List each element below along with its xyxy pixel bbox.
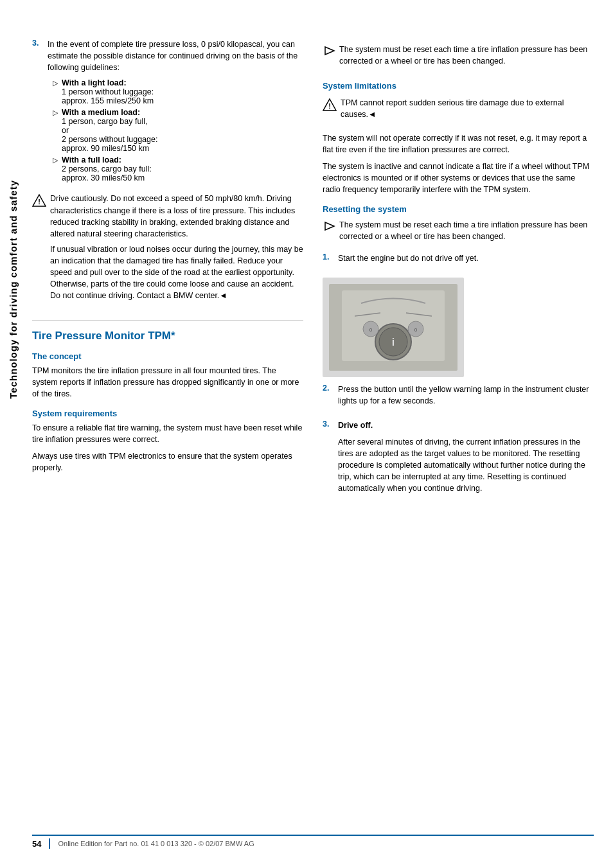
svg-text:i: i [392,337,395,348]
note-triangle-icon-2 [323,220,335,233]
step-3-detail: After several minutes of driving, the cu… [338,436,594,495]
medium-load-text: With a medium load: 1 person, cargo bay … [62,108,157,153]
sub-list-item-medium: ▷ With a medium load: 1 person, cargo ba… [53,108,303,153]
footer-content: 54 Online Edition for Part no. 01 41 0 0… [32,838,594,849]
note-triangle-icon-1 [323,44,335,57]
sys-lim-text1: The system will not operate correctly if… [323,132,594,155]
warning-box: ! Drive cautiously. Do not exceed a spee… [32,193,303,306]
step-3-content: Drive off. After several minutes of driv… [338,420,594,500]
page-number: 54 [32,839,41,849]
step-1: 1. Start the engine but do not drive off… [323,252,594,269]
sub-list: ▷ With a light load: 1 person without lu… [48,78,303,182]
svg-text:0: 0 [369,327,373,333]
numbered-item-3: 3. In the event of complete tire pressur… [32,39,303,185]
footer-text: Online Edition for Part no. 01 41 0 013 … [58,840,254,847]
gear-image: i 0 0 [323,278,464,377]
item-3-intro: In the event of complete tire pressure l… [48,39,303,73]
sys-lim-warning-box: ! TPM cannot report sudden serious tire … [323,97,594,125]
step-3: 3. Drive off. After several minutes of d… [323,420,594,500]
sys-req-text2: Always use tires with TPM electronics to… [32,450,303,474]
step-1-content: Start the engine but do not drive off ye… [338,252,594,269]
reset-note-box: The system must be reset each time a tir… [323,219,594,247]
note-box-1: The system must be reset each time a tir… [323,44,594,72]
note-box-1-text: The system must be reset each time a tir… [339,44,594,72]
sys-lim-text2: The system is inactive and cannot indica… [323,161,594,195]
svg-text:!: ! [38,198,40,206]
reset-heading: Resetting the system [323,204,594,214]
sys-lim-warning-icon: ! [323,98,337,112]
svg-marker-5 [325,222,334,230]
step-2-num: 2. [323,384,338,412]
svg-text:!: ! [328,102,331,110]
step-2: 2. Press the button until the yellow war… [323,384,594,412]
sidebar-label: Technology for driving comfort and safet… [0,64,26,514]
step-3-label: Drive off. [338,421,373,430]
svg-text:0: 0 [414,327,418,333]
full-load-text: With a full load: 2 persons, cargo bay f… [62,155,152,182]
triangle-bullet-medium: ▷ [53,109,58,117]
right-column: The system must be reset each time a tir… [323,39,594,508]
concept-heading: The concept [32,351,303,361]
step-3-num: 3. [323,420,338,500]
warning-icon: ! [32,193,46,208]
sub-list-item-full: ▷ With a full load: 2 persons, cargo bay… [53,155,303,182]
page-container: Technology for driving comfort and safet… [0,0,613,868]
item-number-3: 3. [32,39,48,185]
triangle-bullet-light: ▷ [53,79,58,87]
medium-load-label: With a medium load: [62,108,140,117]
concept-text: TPM monitors the tire inflation pressure… [32,365,303,400]
main-content: 3. In the event of complete tire pressur… [32,0,594,508]
svg-marker-2 [325,47,334,55]
item-3-content: In the event of complete tire pressure l… [48,39,303,185]
sys-req-heading: System requirements [32,409,303,418]
reset-note-text: The system must be reset each time a tir… [339,219,594,247]
sys-lim-heading: System limitations [323,81,594,91]
full-load-label: With a full load: [62,155,121,164]
triangle-bullet-full: ▷ [53,156,58,164]
sys-lim-warning-text: TPM cannot report sudden serious tire da… [341,97,594,125]
warning-text: Drive cautiously. Do not exceed a speed … [50,193,303,306]
page-footer: 54 Online Edition for Part no. 01 41 0 0… [32,835,594,849]
step-1-num: 1. [323,252,338,269]
light-load-label: With a light load: [62,78,127,87]
sys-req-text1: To ensure a reliable flat tire warning, … [32,422,303,445]
chapter-title: Tire Pressure Monitor TPM* [32,320,303,342]
left-column: 3. In the event of complete tire pressur… [32,39,303,508]
footer-divider [49,838,50,849]
step-2-content: Press the button until the yellow warnin… [338,384,594,412]
sub-list-item-light: ▷ With a light load: 1 person without lu… [53,78,303,105]
gear-diagram-svg: i 0 0 [323,278,464,377]
light-load-text: With a light load: 1 person without lugg… [62,78,154,105]
